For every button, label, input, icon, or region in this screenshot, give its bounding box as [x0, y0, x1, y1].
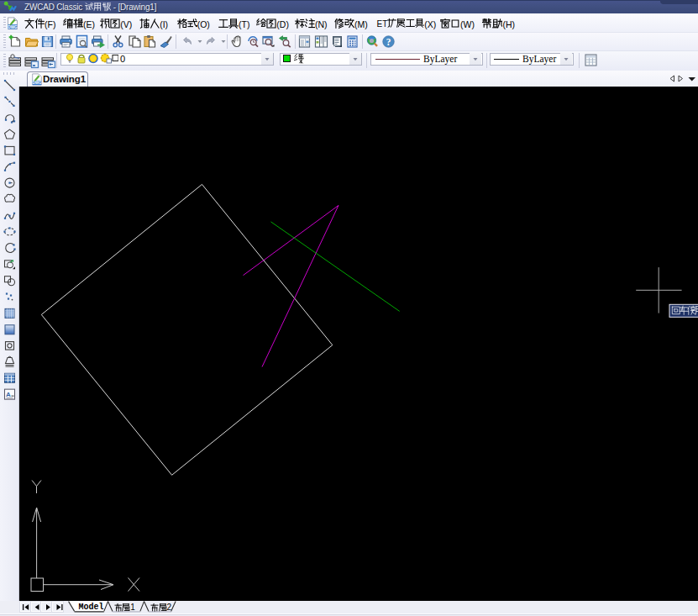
svg-text:DWG: DWG: [32, 81, 42, 85]
svg-text:DWG: DWG: [8, 25, 18, 29]
svg-text:?: ?: [386, 36, 391, 46]
svg-text:A: A: [6, 391, 11, 398]
